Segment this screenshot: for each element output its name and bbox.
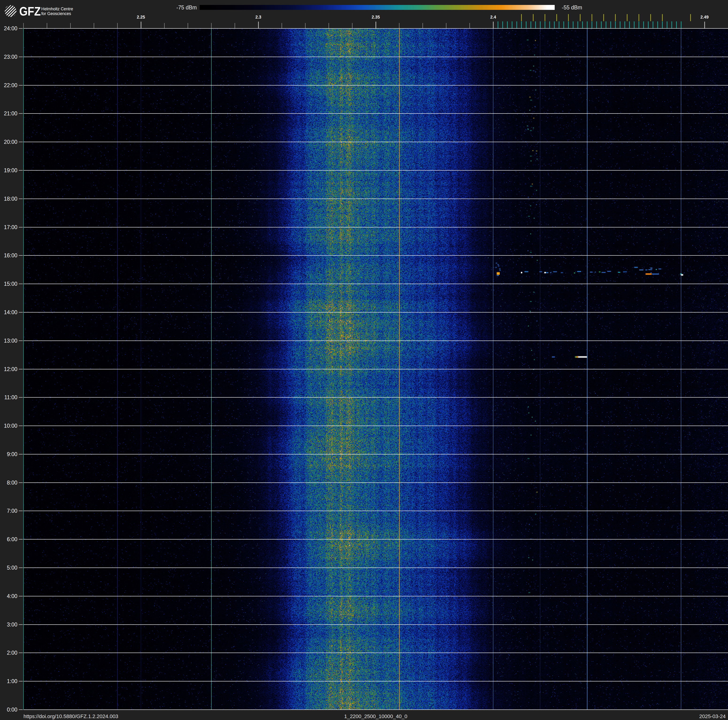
hour-gridline [23,681,728,682]
freq-axis-label: 2.4 [483,15,504,20]
time-tick [19,454,23,455]
freq-tick-major [376,21,376,28]
ble-channel-tick [681,21,682,28]
wifi-channel-tick [521,14,522,21]
wifi-channel-tick [533,14,534,21]
time-axis-label: 11:00 [0,394,17,401]
colorbar-gradient [200,5,555,10]
ble-channel-tick [606,21,606,28]
ble-channel-tick [549,21,550,28]
ble-channel-tick [521,21,522,28]
wifi-channel-tick [568,14,569,21]
time-axis-label: 6:00 [0,536,17,543]
logo-subtitle-line2: for Geosciences [41,12,73,16]
freq-tick-minor [352,23,352,28]
time-tick [19,426,23,426]
ble-channel-tick [624,21,625,28]
hour-gridline [23,369,728,369]
hour-gridline [23,255,728,256]
freq-tick-major [258,21,259,28]
ble-channel-tick [526,21,526,28]
time-tick [19,397,23,398]
time-axis-label: 22:00 [0,82,17,89]
hour-gridline [23,340,728,341]
ble-channel-tick [559,21,560,28]
ble-channel-tick [601,21,602,28]
freq-tick-minor [94,23,94,28]
ble-channel-tick [667,21,667,28]
wifi-channel-tick [639,14,639,21]
ble-channel-tick [634,21,635,28]
time-axis-label: 17:00 [0,224,17,231]
wifi-channel-tick [690,14,691,21]
logo-subtitle: Helmholtz Centre for Geosciences [41,7,73,16]
ble-channel-tick [620,21,621,28]
wifi-channel-tick [580,14,581,21]
time-axis-label: 0:00 [0,706,17,713]
ble-channel-tick [671,21,672,28]
freq-tick-minor [281,23,282,28]
time-axis-label: 7:00 [0,507,17,515]
ble-channel-tick [592,21,592,28]
colorbar-max-label: -55 dBm [562,5,582,11]
hour-gridline [23,142,728,142]
freq-tick-major [141,21,141,28]
freq-tick-minor [164,23,165,28]
dataset-id: 1_2200_2500_10000_40_0 [23,714,728,720]
ble-channel-tick [648,21,648,28]
freq-tick-minor [399,23,399,28]
time-tick [19,113,23,114]
hour-gridline [23,653,728,653]
ble-channel-tick [531,21,531,28]
ble-channel-tick [582,21,583,28]
hour-gridline [23,170,728,171]
freq-axis-label: 2.35 [365,15,386,20]
time-axis-label: 12:00 [0,366,17,373]
freq-tick-minor [70,23,71,28]
time-axis-label: 2:00 [0,649,17,656]
ble-channel-tick [568,21,569,28]
wifi-channel-tick [544,14,545,21]
wifi-channel-tick [556,14,557,21]
hour-gridline [23,454,728,455]
freq-tick-minor [329,23,329,28]
ble-channel-tick [657,21,658,28]
hour-gridline [23,596,728,596]
time-axis-label: 4:00 [0,593,17,600]
freq-tick-minor [470,23,470,28]
hour-gridline [23,85,728,86]
time-tick [19,142,23,142]
ble-channel-tick [587,21,587,28]
ble-channel-tick [502,21,503,28]
time-axis-label: 19:00 [0,167,17,174]
hour-gridline [23,511,728,511]
ble-channel-tick [540,21,541,28]
ble-channel-tick [563,21,564,28]
ble-channel-tick [507,21,508,28]
hour-gridline [23,312,728,313]
date-label: 2025-03-24 [699,714,726,720]
time-axis-label: 24:00 [0,25,17,32]
time-tick [19,255,23,256]
ble-channel-tick [573,21,574,28]
wifi-channel-tick [615,14,616,21]
time-axis-label: 21:00 [0,110,17,117]
time-axis-label: 13:00 [0,337,17,344]
time-tick [19,283,23,284]
logo-acronym: GFZ [19,4,41,18]
ble-channel-tick [578,21,578,28]
time-tick [19,170,23,171]
ble-channel-tick [676,21,677,28]
hour-gridline [23,624,728,625]
wifi-channel-tick [603,14,604,21]
freq-tick-minor [211,23,212,28]
wifi-channel-tick [662,14,663,21]
ble-channel-tick [596,21,597,28]
freq-tick-major [704,21,705,28]
time-tick [19,624,23,625]
time-tick [19,28,23,29]
gfz-globe-icon [5,5,17,17]
freq-axis-label: 2.49 [694,15,715,20]
hour-gridline [23,283,728,284]
logo-subtitle-line1: Helmholtz Centre [41,7,73,12]
